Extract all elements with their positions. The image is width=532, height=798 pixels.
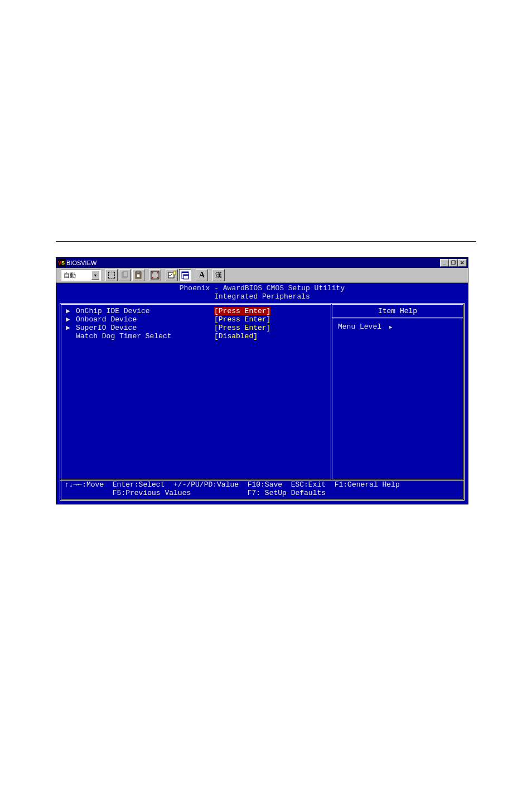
bios-title-2: Integrated Peripherals	[56, 292, 468, 301]
menu-level-label: Menu Level	[338, 323, 381, 331]
toolbar: 自動 ▼	[56, 268, 468, 283]
window-controls: _ ❐ ✕	[440, 259, 467, 267]
menu-item-superio-device[interactable]: ▶ SuperIO Device [Press Enter]	[66, 324, 326, 332]
menu-item-onboard-device[interactable]: ▶ Onboard Device [Press Enter]	[66, 315, 326, 324]
horizontal-rule	[56, 241, 476, 242]
titlebar-left: VS BIOSVIEW	[57, 259, 96, 267]
font-button[interactable]	[196, 269, 208, 281]
copy-icon	[120, 271, 129, 280]
bios-header: Phoenix - AwardBIOS CMOS Setup Utility I…	[56, 283, 468, 301]
select-area-icon	[108, 272, 115, 278]
svg-rect-9	[182, 272, 188, 273]
footer-line-1: ↑↓→←:Move Enter:Select +/-/PU/PD:Value F…	[65, 480, 460, 489]
dropdown-icon: ▼	[91, 271, 99, 280]
menu-item-label: Watch Dog Timer Select	[76, 332, 214, 340]
fullscreen-icon	[151, 271, 159, 280]
svg-rect-1	[123, 271, 128, 277]
svg-rect-3	[137, 271, 140, 273]
help-title: Item Help	[332, 305, 463, 318]
submenu-arrow-icon: ▶	[66, 315, 76, 324]
svg-rect-7	[173, 271, 176, 275]
menu-item-watch-dog-timer[interactable]: Watch Dog Timer Select [Disabled]	[66, 332, 326, 340]
font-icon	[199, 271, 205, 280]
bios-footer: ↑↓→←:Move Enter:Select +/-/PU/PD:Value F…	[60, 479, 465, 501]
menu-item-value: [Press Enter]	[214, 307, 270, 315]
properties-icon	[167, 271, 176, 280]
submenu-arrow-icon	[66, 332, 76, 340]
menu-item-value: [Press Enter]	[214, 315, 270, 324]
close-button[interactable]: ✕	[458, 259, 467, 267]
menu-item-label: SuperIO Device	[76, 324, 214, 332]
footer-line-2: F5:Previous Values F7: SetUp Defaults	[65, 489, 460, 497]
minimize-button[interactable]: _	[440, 259, 449, 267]
svg-rect-11	[183, 275, 188, 276]
cjk-icon	[215, 271, 222, 280]
bios-title-1: Phoenix - AwardBIOS CMOS Setup Utility	[56, 284, 468, 292]
biosview-window: VS BIOSVIEW _ ❐ ✕ 自動 ▼	[56, 257, 468, 504]
maximize-button[interactable]: ❐	[449, 259, 458, 267]
bios-menu-panel: ▶ OnChip IDE Device [Press Enter] ▶ Onbo…	[60, 303, 331, 480]
window-title: BIOSVIEW	[66, 259, 96, 266]
menu-item-onchip-ide[interactable]: ▶ OnChip IDE Device [Press Enter]	[66, 307, 326, 315]
bios-main: ▶ OnChip IDE Device [Press Enter] ▶ Onbo…	[60, 303, 465, 480]
menu-item-label: OnChip IDE Device	[76, 307, 214, 315]
menu-item-value: [Disabled]	[214, 332, 258, 340]
help-body: Menu Level	[332, 318, 463, 334]
svg-rect-4	[137, 274, 140, 277]
cjk-button[interactable]	[212, 269, 225, 281]
menu-item-value: [Press Enter]	[214, 324, 270, 332]
app-icon: VS	[57, 259, 65, 267]
mode-select[interactable]: 自動 ▼	[61, 270, 101, 281]
select-area-button[interactable]	[105, 269, 118, 281]
bios-screen: Phoenix - AwardBIOS CMOS Setup Utility I…	[56, 283, 468, 504]
bios-help-panel: Item Help Menu Level	[331, 303, 465, 480]
menu-item-label: Onboard Device	[76, 315, 214, 324]
clipboard-icon	[134, 271, 143, 280]
properties-button[interactable]	[166, 269, 178, 281]
windowed-button[interactable]	[179, 269, 191, 281]
windowed-icon	[181, 271, 190, 280]
copy-button[interactable]	[119, 269, 131, 281]
titlebar[interactable]: VS BIOSVIEW _ ❐ ✕	[56, 258, 468, 268]
menu-level-arrow-icon	[381, 323, 392, 331]
paste-button[interactable]	[132, 269, 144, 281]
submenu-arrow-icon: ▶	[66, 324, 76, 332]
submenu-arrow-icon: ▶	[66, 307, 76, 315]
fullscreen-button[interactable]	[149, 269, 161, 281]
mode-select-value: 自動	[64, 271, 76, 280]
